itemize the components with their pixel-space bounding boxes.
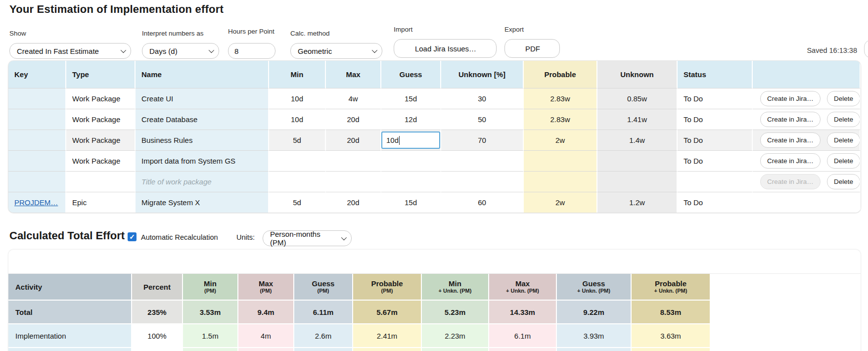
delete-button[interactable]: Delete xyxy=(827,112,860,127)
delete-button[interactable]: Delete xyxy=(827,153,860,169)
chevron-down-icon xyxy=(341,235,347,240)
cell-type[interactable]: Work Package xyxy=(66,130,136,150)
cell-status xyxy=(678,171,753,192)
guess-edit-input[interactable]: 10d xyxy=(381,132,440,149)
cell-unknown: 0.85w xyxy=(597,88,678,109)
cell-guess[interactable]: 15d xyxy=(381,192,441,213)
cell-probable xyxy=(524,150,597,171)
jira-key-link[interactable]: PROJDEM… xyxy=(14,198,58,207)
cell-name-placeholder[interactable]: Title of work package xyxy=(136,171,269,192)
table-row-active: Work Package Business Rules 5d 20d 10d 7… xyxy=(8,130,861,150)
units-select-value: Person-months (PM) xyxy=(270,230,336,247)
units-select[interactable]: Person-months (PM) xyxy=(263,230,352,246)
cell-percent[interactable]: 100% xyxy=(132,323,183,347)
cell-key[interactable] xyxy=(8,171,66,192)
col-header-key: Key xyxy=(8,61,66,88)
cell-min-unkn-pm: 5.23m xyxy=(422,300,489,323)
cell-probable-pm: 2.41m xyxy=(353,323,422,347)
cell-activity[interactable]: Implementation xyxy=(8,323,132,347)
col-header-max-pm: Max(PM) xyxy=(238,274,294,300)
cell-min[interactable]: 10d xyxy=(269,109,326,130)
cell-probable-unkn-pm: 8.53m xyxy=(632,300,711,323)
cell-min[interactable]: 5d xyxy=(269,130,326,150)
cell-max-unkn-pm: 6.1m xyxy=(489,323,557,347)
hours-per-point-input[interactable] xyxy=(228,43,275,59)
cell-max[interactable]: 20d xyxy=(326,192,381,213)
cell-max[interactable]: 20d xyxy=(326,109,381,130)
cell-key[interactable] xyxy=(8,130,66,150)
cell-type[interactable]: Work Package xyxy=(66,150,136,171)
cell-actions-empty xyxy=(753,192,861,213)
cell-guess[interactable] xyxy=(381,150,441,171)
cell-status[interactable]: To Do xyxy=(678,192,753,213)
create-in-jira-button[interactable]: Create in Jira… xyxy=(760,112,821,127)
cell-max-pm: 9.4m xyxy=(238,300,294,323)
cell-max[interactable]: 20d xyxy=(326,130,381,150)
cell-status[interactable]: To Do xyxy=(678,130,753,150)
cell-min[interactable] xyxy=(269,171,326,192)
cell-percent: 235% xyxy=(132,300,183,323)
cell-guess[interactable] xyxy=(381,171,441,192)
cell-type[interactable]: Work Package xyxy=(66,88,136,109)
cell-unknown-pct[interactable] xyxy=(441,171,524,192)
cell-min-pm: 3.53m xyxy=(183,300,238,323)
cell-status[interactable]: To Do xyxy=(678,150,753,171)
cell-unknown xyxy=(597,171,678,192)
chevron-down-icon xyxy=(121,47,126,53)
create-in-jira-button[interactable]: Create in Jira… xyxy=(760,91,821,106)
cell-max[interactable] xyxy=(326,171,381,192)
totals-panel: Activity Percent Min(PM) Max(PM) Guess(P… xyxy=(8,250,861,351)
col-header-probable: Probable xyxy=(524,61,597,88)
hours-per-point-label: Hours per Point xyxy=(228,28,274,35)
cell-name[interactable]: Create Database xyxy=(136,109,269,130)
col-header-guess-pm: Guess(PM) xyxy=(294,274,353,300)
cell-probable: 2.83w xyxy=(524,109,597,130)
cell-max[interactable]: 4w xyxy=(326,88,381,109)
cell-key[interactable] xyxy=(8,150,66,171)
cell-type[interactable]: Epic xyxy=(66,192,136,213)
cell-unknown-pct[interactable]: 30 xyxy=(441,88,524,109)
cell-unknown-pct[interactable]: 50 xyxy=(441,109,524,130)
cell-key[interactable] xyxy=(8,88,66,109)
create-in-jira-button[interactable]: Create in Jira… xyxy=(760,153,821,169)
cell-probable xyxy=(524,171,597,192)
cell-min[interactable] xyxy=(269,150,326,171)
cell-guess-editing: 10d xyxy=(381,130,441,150)
cell-max[interactable] xyxy=(326,150,381,171)
interpret-numbers-select[interactable]: Days (d) xyxy=(142,43,219,59)
cell-status[interactable]: To Do xyxy=(678,109,753,130)
export-pdf-button[interactable]: PDF xyxy=(504,39,560,58)
cell-guess-unkn-pm: 3.93m xyxy=(557,323,632,347)
cell-name[interactable]: Import data from System GS xyxy=(136,150,269,171)
cell-min-unkn-pm: 2.23m xyxy=(422,323,489,347)
delete-button[interactable]: Delete xyxy=(827,91,860,106)
cell-unknown-pct[interactable] xyxy=(441,150,524,171)
calc-method-select[interactable]: Geometric xyxy=(290,43,382,59)
cell-min[interactable]: 5d xyxy=(269,192,326,213)
auto-recalc-checkbox[interactable]: ✓ xyxy=(128,232,137,241)
cell-probable-pm: 5.67m xyxy=(353,300,422,323)
delete-button[interactable]: Delete xyxy=(827,132,860,148)
chevron-down-icon xyxy=(372,47,377,53)
show-select[interactable]: Created In Fast Estimate xyxy=(9,43,131,59)
delete-button[interactable]: Delete xyxy=(827,174,860,189)
cut-off-button[interactable] xyxy=(864,40,868,58)
cell-unknown-pct[interactable]: 60 xyxy=(441,192,524,213)
cell-name[interactable]: Business Rules xyxy=(136,130,269,150)
cell-status[interactable]: To Do xyxy=(678,88,753,109)
col-header-unknown: Unknown xyxy=(597,61,678,88)
totals-row-implementation: Implementation 100% 1.5m 4m 2.6m 2.41m 2… xyxy=(8,323,711,347)
cell-name[interactable]: Create UI xyxy=(136,88,269,109)
cell-guess[interactable]: 15d xyxy=(381,88,441,109)
cell-key[interactable] xyxy=(8,109,66,130)
cell-unknown-pct[interactable]: 70 xyxy=(441,130,524,150)
cell-name[interactable]: Migrate System X xyxy=(136,192,269,213)
load-jira-issues-button[interactable]: Load Jira Issues… xyxy=(394,39,497,58)
cell-type[interactable] xyxy=(66,171,136,192)
cell-guess[interactable]: 12d xyxy=(381,109,441,130)
create-in-jira-button[interactable]: Create in Jira… xyxy=(760,132,821,148)
col-header-probable-pm: Probable(PM) xyxy=(353,274,422,300)
cell-type[interactable]: Work Package xyxy=(66,109,136,130)
table-row-empty: Title of work package Create in Jira… De… xyxy=(8,171,861,192)
cell-min[interactable]: 10d xyxy=(269,88,326,109)
